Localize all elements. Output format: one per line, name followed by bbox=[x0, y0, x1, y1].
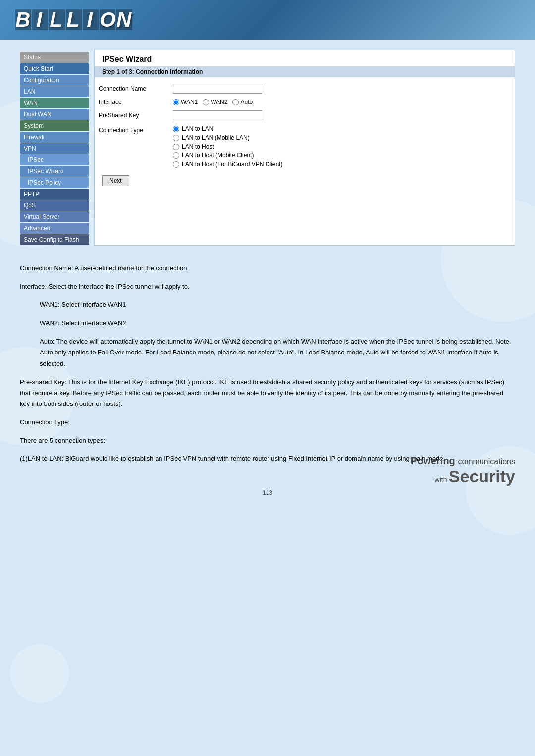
sidebar-item-save-config[interactable]: Save Config to Flash bbox=[20, 234, 89, 245]
preshared-key-input[interactable] bbox=[173, 110, 262, 120]
sidebar-item-qos[interactable]: QoS bbox=[20, 200, 89, 211]
ct-lan-to-host[interactable]: LAN to Host bbox=[173, 143, 511, 150]
ct-lan-to-lan-radio[interactable] bbox=[173, 126, 179, 132]
sidebar-item-status[interactable]: Status bbox=[20, 52, 89, 63]
interface-radio-group: WAN1 WAN2 Auto bbox=[173, 99, 511, 105]
sidebar-item-dualwan[interactable]: Dual WAN bbox=[20, 109, 89, 120]
sidebar: Status Quick Start Configuration LAN WAN… bbox=[20, 52, 89, 246]
connection-type-cell: LAN to LAN LAN to LAN (Mobile LAN) LAN t… bbox=[169, 123, 515, 170]
sidebar-item-pptp[interactable]: PPTP bbox=[20, 189, 89, 200]
connection-type-options: LAN to LAN LAN to LAN (Mobile LAN) LAN t… bbox=[173, 125, 511, 168]
interface-wan1-option[interactable]: WAN1 bbox=[173, 99, 198, 105]
ct-lan-to-lan-mobile[interactable]: LAN to LAN (Mobile LAN) bbox=[173, 134, 511, 141]
ct-lan-to-lan-label: LAN to LAN bbox=[182, 125, 213, 132]
sidebar-item-ipsec-policy[interactable]: IPSec Policy bbox=[20, 177, 89, 188]
connection-type-label: Connection Type bbox=[95, 123, 169, 170]
preshared-key-row: PreShared Key bbox=[95, 108, 515, 123]
description-area: Connection Name: A user-defined name for… bbox=[0, 255, 535, 479]
ct-lan-to-lan-mobile-label: LAN to LAN (Mobile LAN) bbox=[182, 134, 250, 141]
ct-lan-to-host-radio[interactable] bbox=[173, 144, 179, 150]
interface-wan1-radio[interactable] bbox=[173, 99, 179, 105]
panel-title: IPSec Wizard bbox=[95, 50, 515, 66]
desc-interface-intro: Interface: Select the interface the IPSe… bbox=[20, 281, 515, 292]
sidebar-item-quickstart[interactable]: Quick Start bbox=[20, 63, 89, 74]
sidebar-item-advanced[interactable]: Advanced bbox=[20, 223, 89, 234]
interface-row: Interface WAN1 WAN2 bbox=[95, 96, 515, 108]
footer-powering: Powering communications bbox=[411, 455, 515, 467]
ct-lan-to-host-biguard-label: LAN to Host (For BiGuard VPN Client) bbox=[182, 161, 282, 168]
ct-lan-to-lan-mobile-radio[interactable] bbox=[173, 135, 179, 141]
ct-lan-to-host-mobile[interactable]: LAN to Host (Mobile Client) bbox=[173, 152, 511, 159]
sidebar-item-ipsec-wizard[interactable]: IPSec Wizard bbox=[20, 166, 89, 177]
connection-name-cell bbox=[169, 81, 515, 96]
connection-name-row: Connection Name bbox=[95, 81, 515, 96]
sidebar-item-lan[interactable]: LAN bbox=[20, 86, 89, 97]
header: BILLION bbox=[0, 0, 535, 40]
interface-label: Interface bbox=[95, 96, 169, 108]
desc-preshared: Pre-shared Key: This is for the Internet… bbox=[20, 377, 515, 409]
footer: 113 Powering communications with Securit… bbox=[0, 479, 535, 501]
footer-brand: Powering communications with Security bbox=[411, 455, 515, 486]
desc-wan1: WAN1: Select interface WAN1 bbox=[20, 300, 515, 310]
desc-wan2: WAN2: Select interface WAN2 bbox=[20, 318, 515, 329]
form-table: Connection Name Interface WAN1 bbox=[95, 81, 515, 170]
ct-lan-to-lan[interactable]: LAN to LAN bbox=[173, 125, 511, 132]
footer-security: with Security bbox=[411, 467, 515, 486]
sidebar-item-firewall[interactable]: Firewall bbox=[20, 132, 89, 143]
preshared-key-cell bbox=[169, 108, 515, 123]
desc-connection-name: Connection Name: A user-defined name for… bbox=[20, 263, 515, 274]
desc-ct-count: There are 5 connection types: bbox=[20, 435, 515, 446]
interface-cell: WAN1 WAN2 Auto bbox=[169, 96, 515, 108]
panel-step: Step 1 of 3: Connection Information bbox=[95, 66, 515, 77]
interface-auto-radio[interactable] bbox=[232, 99, 239, 105]
ct-lan-to-host-label: LAN to Host bbox=[182, 143, 214, 150]
ct-lan-to-host-mobile-label: LAN to Host (Mobile Client) bbox=[182, 152, 254, 159]
sidebar-item-configuration[interactable]: Configuration bbox=[20, 75, 89, 86]
interface-wan1-label: WAN1 bbox=[181, 99, 198, 105]
preshared-key-label: PreShared Key bbox=[95, 108, 169, 123]
connection-type-row: Connection Type LAN to LAN LAN to LAN (M… bbox=[95, 123, 515, 170]
connection-name-label: Connection Name bbox=[95, 81, 169, 96]
connection-name-input[interactable] bbox=[173, 84, 262, 94]
page-number: 113 bbox=[263, 489, 272, 496]
sidebar-item-system[interactable]: System bbox=[20, 120, 89, 131]
interface-wan2-radio[interactable] bbox=[203, 99, 209, 105]
logo: BILLION bbox=[15, 8, 133, 32]
ct-lan-to-host-biguard[interactable]: LAN to Host (For BiGuard VPN Client) bbox=[173, 161, 511, 168]
sidebar-item-vpn[interactable]: VPN bbox=[20, 143, 89, 154]
sidebar-item-virtual-server[interactable]: Virtual Server bbox=[20, 211, 89, 222]
desc-ct-header: Connection Type: bbox=[20, 417, 515, 428]
content-panel: IPSec Wizard Step 1 of 3: Connection Inf… bbox=[94, 50, 515, 246]
next-button[interactable]: Next bbox=[102, 175, 129, 186]
ct-lan-to-host-biguard-radio[interactable] bbox=[173, 161, 179, 168]
interface-wan2-label: WAN2 bbox=[211, 99, 227, 105]
ct-lan-to-host-mobile-radio[interactable] bbox=[173, 152, 179, 159]
sidebar-item-wan[interactable]: WAN bbox=[20, 98, 89, 108]
interface-auto-option[interactable]: Auto bbox=[232, 99, 253, 105]
interface-auto-label: Auto bbox=[240, 99, 253, 105]
desc-auto: Auto: The device will automatically appl… bbox=[20, 336, 515, 369]
sidebar-item-ipsec[interactable]: IPSec bbox=[20, 154, 89, 165]
interface-wan2-option[interactable]: WAN2 bbox=[203, 99, 227, 105]
